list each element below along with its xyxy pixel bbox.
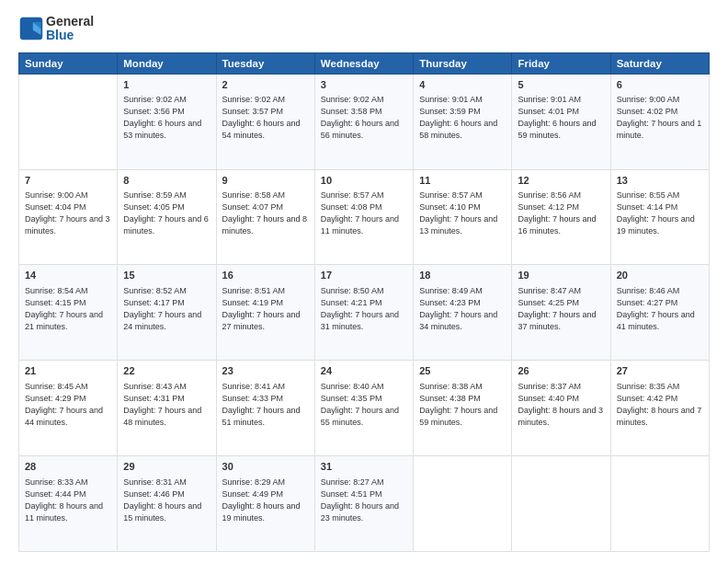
calendar-cell: 23Sunrise: 8:41 AMSunset: 4:33 PMDayligh… bbox=[216, 361, 314, 456]
calendar-table: SundayMondayTuesdayWednesdayThursdayFrid… bbox=[18, 52, 710, 552]
day-number: 13 bbox=[617, 174, 703, 188]
cell-content: 24Sunrise: 8:40 AMSunset: 4:35 PMDayligh… bbox=[321, 364, 407, 429]
calendar-cell bbox=[610, 456, 709, 552]
day-info: Sunrise: 8:31 AMSunset: 4:46 PMDaylight:… bbox=[123, 477, 210, 524]
day-number: 29 bbox=[123, 460, 210, 474]
day-number: 21 bbox=[25, 364, 111, 378]
cell-content: 13Sunrise: 8:55 AMSunset: 4:14 PMDayligh… bbox=[617, 174, 703, 238]
day-info: Sunrise: 9:01 AMSunset: 3:59 PMDaylight:… bbox=[419, 94, 506, 142]
day-info: Sunrise: 8:54 AMSunset: 4:15 PMDaylight:… bbox=[25, 285, 111, 333]
cell-content: 30Sunrise: 8:29 AMSunset: 4:49 PMDayligh… bbox=[222, 460, 309, 524]
logo: General Blue bbox=[18, 15, 94, 43]
day-number: 2 bbox=[222, 78, 309, 92]
cell-content: 22Sunrise: 8:43 AMSunset: 4:31 PMDayligh… bbox=[123, 364, 210, 429]
calendar-cell bbox=[19, 74, 118, 169]
calendar-cell: 5Sunrise: 9:01 AMSunset: 4:01 PMDaylight… bbox=[512, 74, 610, 169]
cell-content: 10Sunrise: 8:57 AMSunset: 4:08 PMDayligh… bbox=[321, 174, 407, 238]
cell-content: 25Sunrise: 8:38 AMSunset: 4:38 PMDayligh… bbox=[419, 364, 506, 429]
week-row-2: 7Sunrise: 9:00 AMSunset: 4:04 PMDaylight… bbox=[19, 169, 710, 265]
day-info: Sunrise: 9:02 AMSunset: 3:56 PMDaylight:… bbox=[123, 94, 210, 142]
cell-content: 11Sunrise: 8:57 AMSunset: 4:10 PMDayligh… bbox=[419, 174, 506, 238]
page: General Blue SundayMondayTuesdayWednesda… bbox=[0, 0, 728, 563]
cell-content: 19Sunrise: 8:47 AMSunset: 4:25 PMDayligh… bbox=[518, 269, 604, 333]
day-info: Sunrise: 8:27 AMSunset: 4:51 PMDaylight:… bbox=[321, 477, 407, 524]
day-info: Sunrise: 8:29 AMSunset: 4:49 PMDaylight:… bbox=[222, 477, 309, 524]
calendar-cell: 25Sunrise: 8:38 AMSunset: 4:38 PMDayligh… bbox=[414, 361, 512, 456]
calendar-cell: 8Sunrise: 8:59 AMSunset: 4:05 PMDaylight… bbox=[118, 169, 216, 265]
cell-content: 8Sunrise: 8:59 AMSunset: 4:05 PMDaylight… bbox=[123, 174, 210, 238]
day-number: 20 bbox=[617, 269, 703, 282]
calendar-cell: 11Sunrise: 8:57 AMSunset: 4:10 PMDayligh… bbox=[414, 169, 512, 265]
header: General Blue bbox=[18, 15, 710, 43]
calendar-cell: 26Sunrise: 8:37 AMSunset: 4:40 PMDayligh… bbox=[512, 361, 610, 456]
calendar-cell bbox=[414, 456, 512, 552]
cell-content: 16Sunrise: 8:51 AMSunset: 4:19 PMDayligh… bbox=[222, 269, 309, 333]
cell-content: 31Sunrise: 8:27 AMSunset: 4:51 PMDayligh… bbox=[321, 460, 407, 524]
day-number: 12 bbox=[518, 174, 604, 188]
calendar-cell: 31Sunrise: 8:27 AMSunset: 4:51 PMDayligh… bbox=[314, 456, 413, 552]
calendar-cell: 30Sunrise: 8:29 AMSunset: 4:49 PMDayligh… bbox=[216, 456, 314, 552]
day-number: 14 bbox=[25, 269, 111, 282]
day-number: 4 bbox=[419, 78, 506, 92]
column-header-sunday: Sunday bbox=[19, 52, 118, 74]
day-number: 8 bbox=[123, 174, 210, 188]
calendar-cell: 14Sunrise: 8:54 AMSunset: 4:15 PMDayligh… bbox=[19, 265, 118, 361]
calendar-cell: 28Sunrise: 8:33 AMSunset: 4:44 PMDayligh… bbox=[19, 456, 118, 552]
day-number: 28 bbox=[25, 460, 111, 474]
column-header-thursday: Thursday bbox=[414, 52, 512, 74]
cell-content: 27Sunrise: 8:35 AMSunset: 4:42 PMDayligh… bbox=[617, 364, 703, 429]
calendar-cell: 16Sunrise: 8:51 AMSunset: 4:19 PMDayligh… bbox=[216, 265, 314, 361]
day-info: Sunrise: 8:57 AMSunset: 4:08 PMDaylight:… bbox=[321, 190, 407, 237]
day-number: 11 bbox=[419, 174, 506, 188]
day-number: 16 bbox=[222, 269, 309, 282]
day-info: Sunrise: 8:40 AMSunset: 4:35 PMDaylight:… bbox=[321, 381, 407, 429]
week-row-1: 1Sunrise: 9:02 AMSunset: 3:56 PMDaylight… bbox=[19, 74, 710, 169]
day-info: Sunrise: 9:02 AMSunset: 3:58 PMDaylight:… bbox=[321, 94, 407, 142]
day-number: 30 bbox=[222, 460, 309, 474]
cell-content: 9Sunrise: 8:58 AMSunset: 4:07 PMDaylight… bbox=[222, 174, 309, 238]
cell-content: 15Sunrise: 8:52 AMSunset: 4:17 PMDayligh… bbox=[123, 269, 210, 333]
day-info: Sunrise: 9:00 AMSunset: 4:04 PMDaylight:… bbox=[25, 190, 111, 237]
day-info: Sunrise: 8:46 AMSunset: 4:27 PMDaylight:… bbox=[617, 285, 703, 333]
calendar-cell: 1Sunrise: 9:02 AMSunset: 3:56 PMDaylight… bbox=[118, 74, 216, 169]
calendar-cell: 19Sunrise: 8:47 AMSunset: 4:25 PMDayligh… bbox=[512, 265, 610, 361]
column-header-tuesday: Tuesday bbox=[216, 52, 314, 74]
day-info: Sunrise: 8:56 AMSunset: 4:12 PMDaylight:… bbox=[518, 190, 604, 237]
day-info: Sunrise: 8:52 AMSunset: 4:17 PMDaylight:… bbox=[123, 285, 210, 333]
day-number: 26 bbox=[518, 364, 604, 378]
cell-content: 21Sunrise: 8:45 AMSunset: 4:29 PMDayligh… bbox=[25, 364, 111, 429]
day-info: Sunrise: 8:49 AMSunset: 4:23 PMDaylight:… bbox=[419, 285, 506, 333]
day-number: 24 bbox=[321, 364, 407, 378]
calendar-cell: 6Sunrise: 9:00 AMSunset: 4:02 PMDaylight… bbox=[610, 74, 709, 169]
week-row-3: 14Sunrise: 8:54 AMSunset: 4:15 PMDayligh… bbox=[19, 265, 710, 361]
cell-content: 28Sunrise: 8:33 AMSunset: 4:44 PMDayligh… bbox=[25, 460, 111, 524]
calendar-cell: 10Sunrise: 8:57 AMSunset: 4:08 PMDayligh… bbox=[314, 169, 413, 265]
day-number: 22 bbox=[123, 364, 210, 378]
day-number: 18 bbox=[419, 269, 506, 282]
day-number: 7 bbox=[25, 174, 111, 188]
calendar-cell: 2Sunrise: 9:02 AMSunset: 3:57 PMDaylight… bbox=[216, 74, 314, 169]
day-info: Sunrise: 8:35 AMSunset: 4:42 PMDaylight:… bbox=[617, 381, 703, 429]
day-number: 9 bbox=[222, 174, 309, 188]
week-row-4: 21Sunrise: 8:45 AMSunset: 4:29 PMDayligh… bbox=[19, 361, 710, 456]
day-info: Sunrise: 8:57 AMSunset: 4:10 PMDaylight:… bbox=[419, 190, 506, 237]
day-number: 15 bbox=[123, 269, 210, 282]
cell-content: 14Sunrise: 8:54 AMSunset: 4:15 PMDayligh… bbox=[25, 269, 111, 333]
day-info: Sunrise: 8:43 AMSunset: 4:31 PMDaylight:… bbox=[123, 381, 210, 429]
logo-text: General Blue bbox=[46, 15, 94, 43]
week-row-5: 28Sunrise: 8:33 AMSunset: 4:44 PMDayligh… bbox=[19, 456, 710, 552]
day-number: 1 bbox=[123, 78, 210, 92]
calendar-cell: 27Sunrise: 8:35 AMSunset: 4:42 PMDayligh… bbox=[610, 361, 709, 456]
column-header-monday: Monday bbox=[118, 52, 216, 74]
calendar-cell: 21Sunrise: 8:45 AMSunset: 4:29 PMDayligh… bbox=[19, 361, 118, 456]
column-header-wednesday: Wednesday bbox=[314, 52, 413, 74]
day-info: Sunrise: 9:00 AMSunset: 4:02 PMDaylight:… bbox=[617, 94, 703, 142]
day-number: 19 bbox=[518, 269, 604, 282]
day-number: 10 bbox=[321, 174, 407, 188]
cell-content: 5Sunrise: 9:01 AMSunset: 4:01 PMDaylight… bbox=[518, 78, 604, 143]
day-info: Sunrise: 8:47 AMSunset: 4:25 PMDaylight:… bbox=[518, 285, 604, 333]
calendar-cell: 4Sunrise: 9:01 AMSunset: 3:59 PMDaylight… bbox=[414, 74, 512, 169]
cell-content: 20Sunrise: 8:46 AMSunset: 4:27 PMDayligh… bbox=[617, 269, 703, 333]
day-number: 31 bbox=[321, 460, 407, 474]
calendar-cell: 17Sunrise: 8:50 AMSunset: 4:21 PMDayligh… bbox=[314, 265, 413, 361]
